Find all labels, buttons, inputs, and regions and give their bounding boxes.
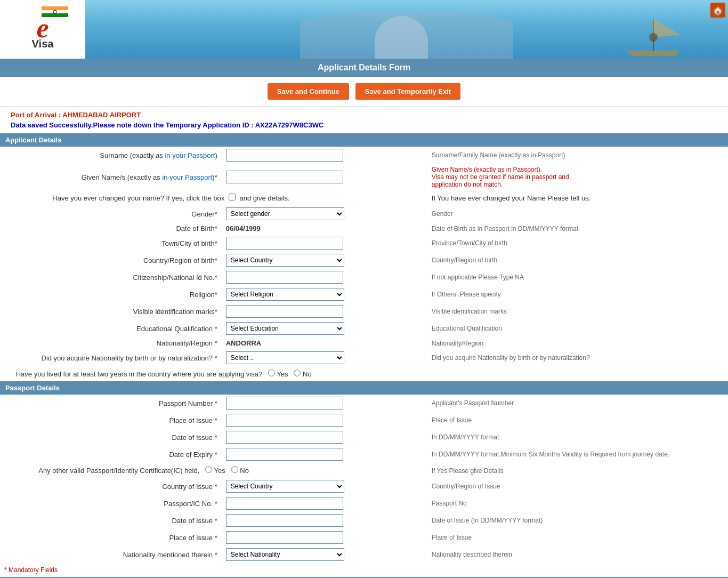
home-button[interactable]: 🏠 — [710, 3, 725, 18]
date-of-issue2-row: Date of Issue * Date of Issue (In DD/MM/… — [0, 512, 728, 529]
date-of-issue2-label: Date of Issue * — [0, 512, 222, 529]
flag-icon — [42, 6, 68, 17]
nationality-therein-select[interactable]: Select Nationality — [226, 548, 344, 561]
two-year-row: Have you lived for at least two years in… — [0, 366, 728, 381]
education-hint: Educational Qualification — [427, 320, 728, 337]
visible-marks-input[interactable] — [226, 305, 343, 318]
any-passport-hint-cell: If Yes Please give Details — [427, 463, 728, 478]
two-year-yes-radio[interactable] — [268, 370, 275, 376]
two-year-text: Have you lived for at least two years in… — [16, 370, 262, 378]
two-year-no-label: No — [303, 370, 312, 378]
date-of-issue-hint: In DD/MM/YYYY format — [427, 429, 728, 446]
gender-hint: Gender — [427, 205, 728, 222]
mandatory-row: * Mandatory Fields — [0, 563, 728, 577]
boat-silhouette — [621, 13, 685, 56]
passport-form-table: Passport Number * Applicant's Passport N… — [0, 395, 728, 577]
top-save-exit-button[interactable]: Save and Temporarily Exit — [355, 83, 461, 100]
given-name-input[interactable] — [226, 171, 343, 183]
passport-number-input[interactable] — [226, 397, 343, 410]
surname-input[interactable] — [226, 149, 343, 162]
logo-visa: Visa — [32, 38, 54, 50]
applicant-form-table: Surname (exactly as in your Passport) Su… — [0, 147, 728, 381]
given-name-label-blue: in your Passport — [162, 173, 212, 181]
date-of-issue2-hint: Date of Issue (In DD/MM/YYYY format) — [427, 512, 728, 529]
nationality-hint: Nationality/Region — [427, 337, 728, 349]
date-of-expiry-input[interactable] — [226, 448, 343, 461]
svg-rect-2 — [42, 13, 68, 17]
education-select[interactable]: Select Education Below Matriculation Mat… — [226, 322, 344, 335]
any-passport-no-radio[interactable] — [231, 466, 238, 473]
two-year-no-radio[interactable] — [294, 370, 301, 376]
passport-number-hint: Applicant's Passport Number — [427, 395, 728, 412]
given-name-hint1: Given Name/s (exactly as in Passport). — [432, 166, 542, 173]
place-of-issue-hint: Place of Issue — [427, 412, 728, 429]
given-name-input-cell — [222, 164, 427, 190]
gender-input-cell: Select gender Male Female Other — [222, 205, 427, 222]
passport-number-row: Passport Number * Applicant's Passport N… — [0, 395, 728, 412]
town-hint: Province/Town/City of birth — [427, 235, 728, 252]
two-year-cell: Have you lived for at least two years in… — [0, 366, 427, 381]
education-input-cell: Select Education Below Matriculation Mat… — [222, 320, 427, 337]
place-of-issue2-label: Place of Issue * — [0, 529, 222, 546]
citizenship-input[interactable] — [226, 271, 343, 284]
banner-image: 🏠 — [85, 0, 728, 59]
town-input[interactable] — [226, 237, 343, 250]
info-area: Port of Arrival : AHMEDABAD AIRPORT Data… — [0, 107, 728, 133]
place-of-issue2-hint: Place of Issue — [427, 529, 728, 546]
two-year-hint-cell — [427, 366, 728, 381]
date-of-issue-input[interactable] — [226, 431, 343, 444]
two-year-yes-label: Yes — [277, 370, 288, 378]
date-of-issue-row: Date of Issue * In DD/MM/YYYY format — [0, 429, 728, 446]
gender-label: Gender* — [0, 205, 222, 222]
any-passport-row: Any other valid Passport/Identity Certif… — [0, 463, 728, 478]
save-text: Data saved Successfully.Please note down… — [11, 121, 255, 129]
place-of-issue-input[interactable] — [226, 414, 343, 427]
naturalization-label-text: Did you acquire Nationality by birth or … — [42, 354, 217, 362]
country-of-issue-select[interactable]: Select Country — [226, 480, 344, 493]
nationality-label: Nationality/Region * — [0, 337, 222, 349]
place-of-issue2-input[interactable] — [226, 531, 343, 544]
visible-marks-input-cell — [222, 303, 427, 320]
naturalization-row: Did you acquire Nationality by birth or … — [0, 349, 728, 366]
passport-ic-hint: Passport No — [427, 495, 728, 512]
date-of-issue2-input[interactable] — [226, 514, 343, 527]
surname-label: Surname (exactly as in your Passport) — [0, 147, 222, 164]
citizenship-hint: If not applicable Please Type NA — [427, 269, 728, 286]
date-of-expiry-hint: In DD/MM/YYYY format.Minimum Six Months … — [427, 446, 728, 463]
dob-hint: Date of Birth as in Passport in DD/MM/YY… — [427, 222, 728, 235]
nationality-row: Nationality/Region * ANDORRA Nationality… — [0, 337, 728, 349]
applicant-section-header: Applicant Details — [0, 133, 728, 147]
dob-label: Date of Birth* — [0, 222, 222, 235]
naturalization-select[interactable]: Select .. Birth Naturalization — [226, 351, 344, 364]
nationality-therein-input-cell: Select Nationality — [222, 546, 427, 563]
dob-row: Date of Birth* 06/04/1999 Date of Birth … — [0, 222, 728, 235]
any-passport-yes-radio[interactable] — [205, 466, 212, 473]
surname-row: Surname (exactly as in your Passport) Su… — [0, 147, 728, 164]
gender-select[interactable]: Select gender Male Female Other — [226, 207, 344, 220]
date-of-issue2-input-cell — [222, 512, 427, 529]
passport-ic-row: Passport/IC No. * Passport No — [0, 495, 728, 512]
changed-name-checkbox[interactable] — [229, 194, 236, 200]
page-title: Applicant Details Form — [0, 59, 728, 77]
religion-select[interactable]: Select Religion Hindu Muslim Christian O… — [226, 288, 344, 301]
citizenship-label: Citizenship/National Id No.* — [0, 269, 222, 286]
date-of-issue-input-cell — [222, 429, 427, 446]
passport-number-input-cell — [222, 395, 427, 412]
passport-number-label: Passport Number * — [0, 395, 222, 412]
top-save-continue-button[interactable]: Save and Continue — [268, 83, 349, 100]
country-birth-row: Country/Region of birth* Select Country … — [0, 252, 728, 269]
country-birth-select[interactable]: Select Country — [226, 254, 344, 267]
gender-row: Gender* Select gender Male Female Other … — [0, 205, 728, 222]
town-row: Town/City of birth* Province/Town/City o… — [0, 235, 728, 252]
svg-point-7 — [649, 33, 658, 42]
logo-area: e Visa — [0, 0, 85, 59]
country-birth-label: Country/Region of birth* — [0, 252, 222, 269]
svg-rect-1 — [42, 10, 68, 13]
town-label: Town/City of birth* — [0, 235, 222, 252]
religion-hint: If Others .Please specify — [427, 286, 728, 303]
religion-label: Religion* — [0, 286, 222, 303]
given-name-hint3: application do not match. — [432, 181, 503, 188]
passport-ic-input[interactable] — [226, 497, 343, 510]
visible-marks-hint: Visible identification marks — [427, 303, 728, 320]
country-of-issue-hint: Country/Region of Issue — [427, 478, 728, 495]
